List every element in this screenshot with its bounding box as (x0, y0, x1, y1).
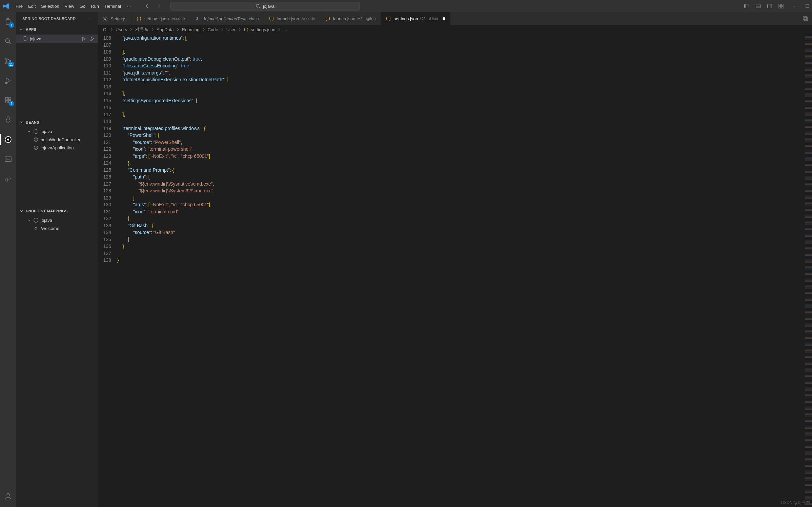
breadcrumb-item[interactable]: User (226, 27, 236, 32)
activity-extensions[interactable]: 1 (0, 93, 16, 107)
svg-rect-4 (756, 6, 760, 8)
svg-rect-8 (781, 4, 783, 6)
tab-launch-json[interactable]: launch.json.vscode (264, 12, 320, 25)
line-gutter: 1061071081091101111121131141151161171181… (98, 34, 117, 507)
activity-spring[interactable] (0, 133, 16, 146)
editor-area[interactable]: 1061071081091101111121131141151161171181… (98, 34, 812, 507)
svg-rect-32 (803, 17, 807, 20)
minimap[interactable] (805, 34, 812, 507)
activity-explorer[interactable]: 1 (0, 15, 16, 28)
chevron-down-icon (19, 209, 24, 213)
breadcrumb-item[interactable]: Code (208, 27, 218, 32)
panel-endpoints-header[interactable]: ENDPOINT MAPPINGS (16, 207, 98, 215)
window-maximize-icon[interactable] (806, 4, 809, 8)
menu-file[interactable]: File (13, 2, 25, 10)
tab-settings-json[interactable]: settings.json.vscode (131, 12, 190, 25)
tab-jojavaapplicationtests-class[interactable]: JJojavaApplicationTests.class (190, 12, 264, 25)
svg-rect-25 (5, 157, 11, 162)
breadcrumb-item[interactable]: AppData (157, 27, 174, 32)
svg-point-30 (104, 18, 106, 20)
bean-icon (33, 145, 39, 150)
menu-run[interactable]: Run (88, 2, 102, 10)
app-item-jojava[interactable]: jojava (16, 35, 98, 43)
vscode-logo-icon (3, 2, 10, 10)
svg-rect-9 (779, 6, 780, 8)
tab-overflow-icon[interactable] (803, 16, 809, 22)
breadcrumb-item[interactable]: settings.json (244, 27, 275, 32)
menu-selection[interactable]: Selection (38, 2, 62, 10)
tab-launch-json[interactable]: launch.jsonE:\...\gitee (320, 12, 381, 25)
explorer-badge: 1 (9, 22, 14, 28)
bean-item[interactable]: jojavaApplication (16, 144, 98, 152)
svg-point-24 (7, 139, 9, 141)
bean-item-label: helloWorldController (41, 137, 81, 142)
panel-apps-title: APPS (26, 27, 36, 31)
extensions-badge: 1 (9, 101, 14, 106)
activity-search[interactable] (0, 35, 16, 48)
svg-point-26 (7, 493, 9, 496)
activity-run[interactable] (0, 74, 16, 87)
breadcrumb-separator-icon (109, 27, 114, 31)
svg-rect-7 (779, 4, 780, 6)
run-icon[interactable] (81, 36, 86, 41)
panel-beans-header[interactable]: BEANS (16, 118, 98, 127)
customize-layout-icon[interactable] (778, 3, 784, 9)
menu-overflow-icon[interactable]: ··· (124, 2, 134, 10)
svg-point-12 (5, 39, 9, 43)
bean-icon (33, 137, 39, 142)
breadcrumb-item[interactable]: C: (103, 27, 107, 32)
layout-sidebar-left-icon[interactable] (744, 3, 749, 9)
code-content[interactable]: "java.configuration.runtimes": [ ], "gra… (117, 34, 812, 507)
panel-beans-title: BEANS (26, 120, 39, 124)
activity-account[interactable] (0, 489, 16, 503)
beans-project-label: jojava (41, 129, 52, 134)
breadcrumb-item[interactable]: ... (283, 27, 287, 32)
nav-back-icon[interactable] (144, 3, 150, 9)
breadcrumb-item[interactable]: Roaming (182, 27, 200, 32)
sidebar-more-icon[interactable]: ··· (86, 17, 92, 21)
breadcrumb-item[interactable]: 对号东 (135, 26, 148, 33)
dirty-indicator-icon (443, 17, 445, 20)
layout-panel-icon[interactable] (755, 3, 761, 9)
sidebar-title-text: SPRING BOOT DASHBOARD (22, 17, 76, 21)
menu-edit[interactable]: Edit (25, 2, 38, 10)
hexagon-icon (33, 217, 39, 223)
activity-gradle[interactable] (0, 172, 16, 186)
svg-rect-33 (804, 18, 808, 21)
tab-bar: Settingssettings.json.vscodeJJojavaAppli… (98, 12, 812, 25)
breadcrumb-separator-icon (129, 27, 133, 31)
svg-rect-6 (771, 4, 772, 8)
tab-settings-json[interactable]: settings.jsonC:\...\User (381, 12, 450, 25)
bean-item[interactable]: helloWorldController (16, 135, 98, 144)
menu-view[interactable]: View (62, 2, 77, 10)
tab-settings[interactable]: Settings (98, 12, 131, 25)
command-center[interactable]: jojava (170, 2, 360, 10)
activity-terminal[interactable] (0, 152, 16, 166)
activity-scm[interactable]: 11 (0, 54, 16, 68)
activity-testing[interactable] (0, 113, 16, 127)
breadcrumb-separator-icon (176, 27, 180, 31)
window-minimize-icon[interactable] (793, 4, 797, 8)
hexagon-icon (33, 129, 39, 134)
menu-terminal[interactable]: Terminal (102, 2, 124, 10)
panel-apps-header[interactable]: APPS (16, 25, 98, 34)
bean-item-label: jojavaApplication (41, 145, 74, 150)
endpoints-project[interactable]: jojava (16, 216, 98, 224)
svg-text:J: J (196, 17, 198, 21)
layout-sidebar-right-icon[interactable] (767, 3, 772, 9)
breadcrumb-item[interactable]: Users (116, 27, 127, 32)
endpoint-item[interactable]: /welcome (16, 224, 98, 232)
panel-endpoints-title: ENDPOINT MAPPINGS (26, 209, 68, 213)
endpoint-item-label: /welcome (41, 226, 59, 231)
nav-arrows (144, 3, 161, 9)
menu-go[interactable]: Go (77, 2, 88, 10)
svg-point-13 (6, 58, 7, 60)
watermark-text: CSDN @对号东 (781, 500, 810, 506)
debug-icon[interactable] (90, 36, 95, 41)
beans-project[interactable]: jojava (16, 127, 98, 135)
breadcrumbs[interactable]: C:Users对号东AppDataRoamingCodeUsersettings… (98, 25, 812, 34)
svg-rect-2 (745, 4, 746, 8)
scm-badge: 11 (8, 62, 14, 67)
search-icon (256, 4, 260, 8)
nav-forward-icon[interactable] (156, 3, 161, 9)
